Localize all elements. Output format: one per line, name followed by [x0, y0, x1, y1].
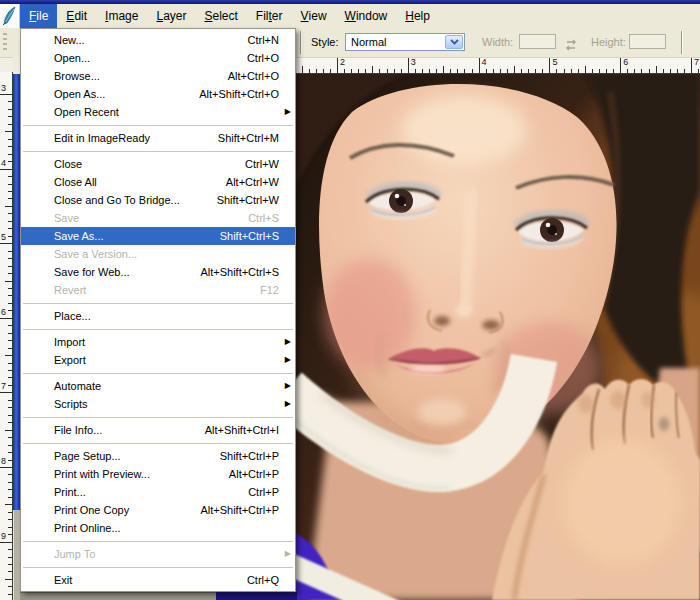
- menubar-item-file[interactable]: File: [20, 4, 57, 28]
- menu-item-shortcut: Ctrl+Q: [247, 571, 279, 589]
- menubar-items: FileEditImageLayerSelectFilterViewWindow…: [20, 4, 439, 28]
- menu-item-browse[interactable]: Browse...Alt+Ctrl+O: [21, 67, 295, 85]
- vertical-ruler[interactable]: 3456789: [0, 72, 13, 600]
- ruler-tick: [8, 228, 12, 229]
- ruler-tick: [599, 69, 600, 73]
- menu-item-close-and-go-to-bridge[interactable]: Close and Go To Bridge...Shift+Ctrl+W: [21, 191, 295, 209]
- menu-item-place[interactable]: Place...: [21, 307, 295, 325]
- menubar-item-view[interactable]: View: [292, 4, 336, 28]
- scrollbar-track[interactable]: [13, 510, 20, 600]
- menu-separator: [21, 439, 295, 447]
- ruler-number: 6: [623, 58, 628, 67]
- ruler-tick: [8, 594, 12, 595]
- menu-item-open[interactable]: Open...Ctrl+O: [21, 49, 295, 67]
- menubar-item-image[interactable]: Image: [96, 4, 147, 28]
- ruler-tick: [8, 348, 12, 349]
- width-input[interactable]: [519, 34, 556, 49]
- menu-item-label: Automate: [54, 377, 101, 395]
- ruler-tick: [8, 236, 12, 237]
- menu-item-print[interactable]: Print...Ctrl+P: [21, 483, 295, 501]
- menu-item-open-recent[interactable]: Open Recent▶: [21, 103, 295, 121]
- ruler-tick: [379, 69, 380, 73]
- options-bar-grabber[interactable]: [3, 33, 7, 52]
- mnemonic: S: [204, 9, 212, 23]
- menu-item-label: Close All: [54, 173, 97, 191]
- ruler-tick: [8, 191, 12, 192]
- ruler-tick: [8, 489, 12, 490]
- ruler-tick: [5, 206, 12, 207]
- ruler-tick: [8, 258, 12, 259]
- menu-bar: FileEditImageLayerSelectFilterViewWindow…: [0, 4, 700, 28]
- menu-item-edit-in-imageready[interactable]: Edit in ImageReadyShift+Ctrl+M: [21, 129, 295, 147]
- menu-item-shortcut: Ctrl+S: [248, 209, 279, 227]
- menu-item-label: Revert: [54, 281, 86, 299]
- menubar-item-edit[interactable]: Edit: [57, 4, 96, 28]
- ruler-tick: [372, 66, 373, 73]
- photoshop-feather-icon: [0, 4, 20, 28]
- menubar-item-window[interactable]: Window: [336, 4, 397, 28]
- options-bar-divider: [300, 31, 302, 54]
- menu-item-page-setup[interactable]: Page Setup...Shift+Ctrl+P: [21, 447, 295, 465]
- ruler-tick: [507, 69, 508, 73]
- menu-item-import[interactable]: Import▶: [21, 333, 295, 351]
- ruler-tick: [8, 474, 12, 475]
- ruler-number: 4: [482, 58, 487, 67]
- menubar-item-select[interactable]: Select: [195, 4, 246, 28]
- ruler-tick: [8, 527, 12, 528]
- ruler-tick: [8, 101, 12, 102]
- menu-item-close-all[interactable]: Close AllAlt+Ctrl+W: [21, 173, 295, 191]
- ruler-tick: [641, 69, 642, 73]
- swap-dimensions-icon[interactable]: [563, 37, 579, 49]
- menu-item-save-as[interactable]: Save As...Shift+Ctrl+S: [21, 227, 295, 245]
- menu-item-label: Close and Go To Bridge...: [54, 191, 180, 209]
- portrait-photo: [292, 72, 700, 600]
- menu-item-shortcut: Ctrl+W: [245, 155, 279, 173]
- style-combobox[interactable]: Normal: [345, 33, 465, 51]
- menu-item-new[interactable]: New...Ctrl+N: [21, 31, 295, 49]
- menubar-item-help[interactable]: Help: [396, 4, 439, 28]
- menu-separator: [21, 121, 295, 129]
- ruler-tick: [8, 176, 12, 177]
- ruler-tick: [0, 94, 12, 95]
- ruler-tick: [8, 198, 12, 199]
- ruler-number: 5: [552, 58, 557, 67]
- menu-item-export[interactable]: Export▶: [21, 351, 295, 369]
- ruler-tick: [684, 69, 685, 73]
- ruler-number: 5: [1, 233, 6, 242]
- ruler-tick: [8, 124, 12, 125]
- menu-item-file-info[interactable]: File Info...Alt+Shift+Ctrl+I: [21, 421, 295, 439]
- height-input[interactable]: [629, 34, 666, 49]
- ruler-tick: [8, 377, 12, 378]
- ruler-tick: [691, 58, 692, 73]
- menu-item-label: Open Recent: [54, 103, 119, 121]
- menu-item-scripts[interactable]: Scripts▶: [21, 395, 295, 413]
- menubar-item-filter[interactable]: Filter: [247, 4, 292, 28]
- ruler-tick: [578, 69, 579, 73]
- window-titlebar[interactable]: [0, 0, 700, 4]
- ruler-number: 7: [1, 382, 6, 391]
- ruler-tick: [663, 69, 664, 73]
- ruler-tick: [556, 69, 557, 73]
- menu-item-print-with-preview[interactable]: Print with Preview...Alt+Ctrl+P: [21, 465, 295, 483]
- photo-canvas[interactable]: [292, 72, 700, 600]
- submenu-arrow-icon: ▶: [285, 395, 291, 413]
- ruler-tick: [8, 571, 12, 572]
- width-label: Width:: [482, 36, 513, 48]
- menu-item-print-one-copy[interactable]: Print One CopyAlt+Shift+Ctrl+P: [21, 501, 295, 519]
- submenu-arrow-icon: ▶: [285, 333, 291, 351]
- menu-item-exit[interactable]: ExitCtrl+Q: [21, 571, 295, 589]
- ruler-tick: [8, 161, 12, 162]
- menubar-item-layer[interactable]: Layer: [147, 4, 195, 28]
- document-window-edge[interactable]: [13, 74, 20, 510]
- ruler-tick: [528, 69, 529, 73]
- menu-item-automate[interactable]: Automate▶: [21, 377, 295, 395]
- chevron-down-icon[interactable]: [445, 35, 463, 49]
- photoshop-window: FileEditImageLayerSelectFilterViewWindow…: [0, 0, 700, 600]
- ruler-tick: [5, 579, 12, 580]
- ruler-tick: [8, 213, 12, 214]
- menu-item-close[interactable]: CloseCtrl+W: [21, 155, 295, 173]
- menu-item-print-online[interactable]: Print Online...: [21, 519, 295, 537]
- menu-item-open-as[interactable]: Open As...Alt+Shift+Ctrl+O: [21, 85, 295, 103]
- menu-item-save-for-web[interactable]: Save for Web...Alt+Shift+Ctrl+S: [21, 263, 295, 281]
- ruler-tick: [564, 69, 565, 73]
